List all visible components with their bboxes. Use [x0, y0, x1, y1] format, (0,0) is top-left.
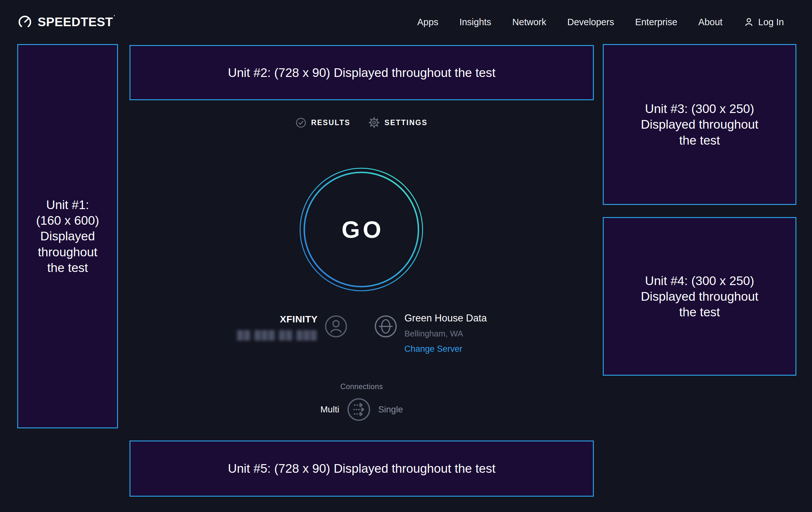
isp-name: XFINITY [129, 314, 318, 325]
ad-unit-2[interactable]: Unit #2: (728 x 90) Displayed throughout… [129, 45, 594, 100]
speedtest-logo[interactable]: SPEEDTEST' [17, 15, 115, 30]
single-option[interactable]: Single [378, 404, 403, 415]
ad-text-line: Displayed [40, 228, 95, 244]
host-info-row: XFINITY ██.███.██.███ Green House Data B… [129, 311, 594, 370]
ad-text-line: the test [679, 132, 720, 148]
tab-settings[interactable]: SETTINGS [368, 117, 428, 128]
main-nav: Apps Insights Network Developers Enterpr… [417, 17, 784, 27]
ad-text-line: Unit #3: (300 x 250) [645, 101, 754, 116]
ad-unit-4[interactable]: Unit #4: (300 x 250) Displayed throughou… [603, 217, 796, 376]
tab-results[interactable]: RESULTS [296, 117, 350, 128]
brand-name: SPEEDTEST' [38, 15, 115, 29]
ad-text: Unit #2: (728 x 90) Displayed throughout… [228, 65, 496, 80]
nav-item-apps[interactable]: Apps [417, 17, 438, 27]
server-block: Green House Data Bellingham, WA Change S… [404, 313, 487, 354]
ad-text-line: Displayed throughout [641, 116, 758, 132]
ad-text-line: throughout [38, 244, 97, 260]
ad-text-line: Displayed throughout [641, 289, 758, 304]
nav-item-insights[interactable]: Insights [459, 17, 491, 27]
change-server-link[interactable]: Change Server [404, 344, 462, 354]
ad-text: Unit #5: (728 x 90) Displayed throughout… [228, 461, 496, 476]
login-button[interactable]: Log In [744, 17, 784, 27]
ad-text-line: Unit #1: [46, 197, 89, 213]
ad-unit-5[interactable]: Unit #5: (728 x 90) Displayed throughout… [129, 440, 594, 497]
results-label: RESULTS [311, 118, 350, 127]
connections-toggle: Multi Single [129, 398, 594, 421]
server-name: Green House Data [404, 313, 487, 324]
ad-unit-1[interactable]: Unit #1: (160 x 600) Displayed throughou… [17, 44, 118, 428]
ad-unit-3[interactable]: Unit #3: (300 x 250) Displayed throughou… [603, 44, 796, 205]
multi-arrows-icon[interactable] [347, 398, 371, 421]
gear-icon [368, 117, 380, 128]
login-label: Log In [758, 17, 784, 27]
ad-text-line: Unit #4: (300 x 250) [645, 273, 754, 289]
person-circle-icon [325, 315, 347, 338]
multi-option[interactable]: Multi [321, 404, 339, 415]
go-button-area: GO [297, 166, 425, 293]
nav-item-network[interactable]: Network [512, 17, 546, 27]
connections-label: Connections [129, 382, 594, 391]
ad-text-line: the test [47, 260, 88, 275]
check-circle-icon [296, 117, 306, 128]
go-button[interactable]: GO [297, 166, 425, 293]
ad-text-line: the test [679, 304, 720, 320]
nav-item-enterprise[interactable]: Enterprise [635, 17, 677, 27]
nav-item-developers[interactable]: Developers [568, 17, 614, 27]
globe-icon [374, 315, 397, 338]
server-location: Bellingham, WA [404, 329, 487, 339]
trademark-mark: ' [114, 14, 115, 19]
ad-text-line: (160 x 600) [36, 213, 99, 228]
nav-item-about[interactable]: About [698, 17, 723, 27]
speedometer-icon [17, 15, 32, 30]
settings-label: SETTINGS [385, 118, 428, 127]
isp-block: XFINITY ██.███.██.███ [129, 314, 318, 340]
top-nav-bar: SPEEDTEST' Apps Insights Network Develop… [0, 0, 812, 44]
results-settings-tabs: RESULTS SETTINGS [129, 117, 594, 128]
ip-address-redacted: ██.███.██.███ [129, 330, 318, 340]
person-icon [744, 17, 754, 27]
